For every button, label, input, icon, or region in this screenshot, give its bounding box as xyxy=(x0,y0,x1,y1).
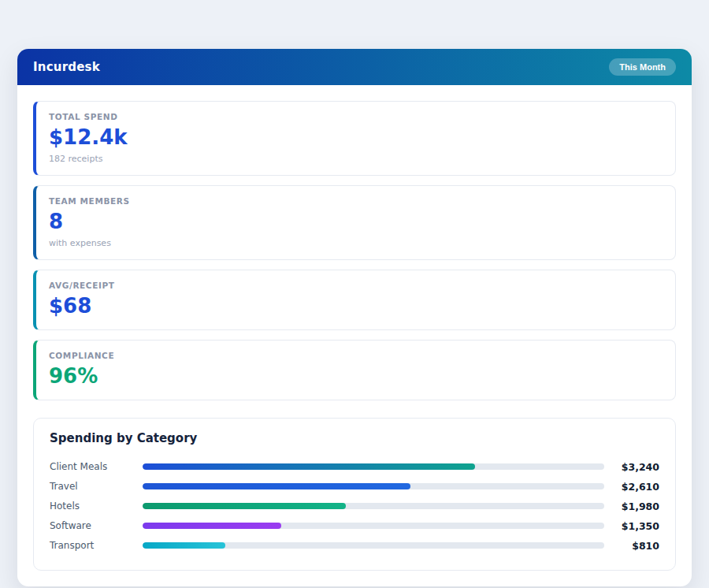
category-row: Travel$2,610 xyxy=(50,477,659,497)
stat-subtext: 182 receipts xyxy=(49,154,663,164)
bar-fill xyxy=(143,523,281,529)
stat-label: COMPLIANCE xyxy=(49,351,663,360)
category-label: Travel xyxy=(50,481,143,492)
stat-value: $12.4k xyxy=(49,126,663,150)
stat-label: AVG/RECEIPT xyxy=(49,281,663,290)
category-value: $1,350 xyxy=(611,520,659,532)
category-value: $2,610 xyxy=(611,481,659,493)
stat-subtext: with expenses xyxy=(49,238,663,248)
stat-card-avg-receipt: AVG/RECEIPT $68 xyxy=(33,270,676,330)
bar-fill xyxy=(143,463,475,470)
dashboard-card: Incurdesk This Month TOTAL SPEND $12.4k … xyxy=(17,49,692,586)
category-row: Software$1,350 xyxy=(50,516,659,536)
stat-value: $68 xyxy=(49,295,663,318)
bar-fill xyxy=(143,542,225,549)
stat-value: 96% xyxy=(49,365,663,389)
category-rows: Client Meals$3,240Travel$2,610Hotels$1,9… xyxy=(50,457,659,556)
stat-card-compliance: COMPLIANCE 96% xyxy=(33,340,676,400)
category-value: $1,980 xyxy=(611,501,659,512)
bar-track xyxy=(143,483,604,489)
category-row: Transport$810 xyxy=(50,536,659,556)
stat-value: 8 xyxy=(49,210,663,234)
bar-fill xyxy=(143,483,410,489)
category-label: Software xyxy=(50,520,143,531)
bar-track xyxy=(143,463,604,470)
stat-label: TOTAL SPEND xyxy=(49,112,663,121)
bar-fill xyxy=(143,503,346,509)
stat-card-team-members: TEAM MEMBERS 8 with expenses xyxy=(33,185,676,260)
period-badge[interactable]: This Month xyxy=(609,58,676,76)
bar-track xyxy=(143,523,604,529)
category-value: $810 xyxy=(611,540,659,552)
app-title: Incurdesk xyxy=(33,60,100,74)
chart-title: Spending by Category xyxy=(50,431,659,445)
app-header: Incurdesk This Month xyxy=(17,49,692,85)
stat-label: TEAM MEMBERS xyxy=(49,196,663,206)
bar-track xyxy=(143,503,604,509)
category-row: Hotels$1,980 xyxy=(50,497,659,516)
dashboard-content: TOTAL SPEND $12.4k 182 receipts TEAM MEM… xyxy=(17,85,692,586)
category-label: Client Meals xyxy=(50,461,143,472)
spending-by-category-card: Spending by Category Client Meals$3,240T… xyxy=(33,418,676,571)
category-label: Hotels xyxy=(50,501,143,512)
stat-card-total-spend: TOTAL SPEND $12.4k 182 receipts xyxy=(33,101,676,176)
bar-track xyxy=(143,542,604,549)
category-row: Client Meals$3,240 xyxy=(50,457,659,477)
category-value: $3,240 xyxy=(611,461,659,473)
category-label: Transport xyxy=(50,540,143,551)
